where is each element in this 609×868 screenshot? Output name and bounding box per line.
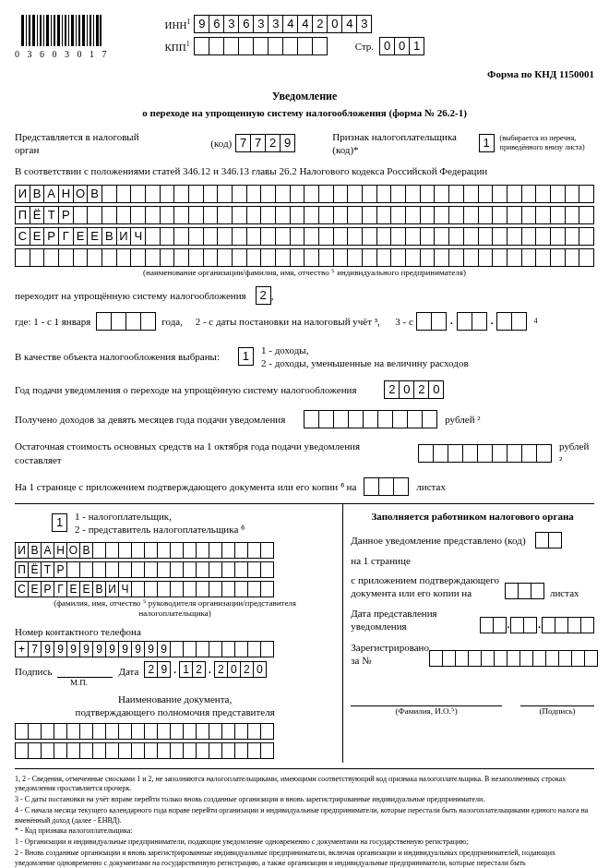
svg-rect-4: [37, 15, 38, 46]
svg-rect-0: [21, 15, 24, 46]
svg-rect-11: [62, 15, 63, 46]
r3b: документа или его копии на: [351, 586, 499, 599]
svg-rect-6: [43, 15, 44, 46]
r3c: листах: [550, 586, 579, 599]
name-row-2: ПЁТР: [15, 206, 594, 224]
income-text: Получено доходов за девять месяцев года …: [15, 413, 285, 426]
who-1: 1 - налогоплательщик,: [75, 510, 245, 523]
title-2: о переходе на упрощенную систему налогоо…: [15, 106, 594, 119]
svg-rect-21: [96, 15, 99, 46]
name-row-1: ИВАНОВ: [15, 185, 594, 203]
doc-title: Наименование документа, подтверждающего …: [15, 693, 335, 719]
r2: на 1 странице: [351, 554, 594, 567]
kpp-cells: [194, 37, 328, 55]
sign-line: [57, 666, 113, 678]
pages-b: листах: [416, 480, 446, 493]
svg-rect-8: [51, 15, 52, 46]
svg-rect-15: [76, 15, 77, 46]
left-n1: ИВАНОВ: [15, 542, 335, 559]
svg-rect-3: [32, 15, 35, 46]
pages-cells: [364, 477, 409, 496]
law-text: В соответствии с положениями статей 346.…: [15, 164, 594, 177]
svg-rect-12: [65, 15, 66, 46]
r4a: Дата представления: [351, 607, 436, 620]
object-text: В качестве объекта налогообложения выбра…: [15, 350, 220, 363]
barcode-number: 0 3 6 0 3 0 1 7: [15, 48, 110, 60]
taxpayer-sign: Признак налогоплательщика (код)*: [332, 130, 474, 157]
sig1: (Фамилия, И.О.⁵): [351, 706, 502, 717]
svg-rect-18: [87, 15, 88, 46]
where-year: [96, 312, 156, 331]
svg-rect-22: [100, 15, 102, 46]
name-row-3: СЕРГЕЕВИЧ: [15, 227, 594, 246]
r5b: за №: [351, 654, 429, 667]
phone-label: Номер контактного телефона: [15, 625, 335, 638]
svg-rect-10: [57, 15, 60, 46]
svg-rect-1: [26, 15, 27, 46]
page-label: Стр.: [355, 40, 374, 53]
where-pre: где: 1 - с 1 января: [15, 315, 90, 328]
svg-rect-7: [46, 15, 49, 46]
r5a: Зарегистрировано: [351, 641, 429, 654]
who-cell: 1: [52, 513, 67, 532]
where-mid: года, 2 - с даты постановки на налоговый…: [161, 315, 413, 328]
svg-rect-9: [54, 15, 55, 46]
income-unit: рублей ²: [445, 413, 480, 426]
svg-rect-13: [68, 15, 69, 46]
sign-cell: 1: [479, 134, 495, 152]
income-cells: [304, 410, 437, 428]
residual-cells: [418, 444, 552, 463]
name-row-4: [15, 248, 594, 267]
kpp-label: КПП1: [165, 40, 190, 54]
fio-note: (фамилия, имя, отчество ⁵ руководителя о…: [15, 598, 335, 620]
title-1: Уведомление: [15, 90, 594, 104]
svg-rect-2: [29, 15, 30, 46]
sig2: (Подпись): [520, 706, 594, 717]
residual-unit: рублей ²: [559, 440, 594, 466]
goto-cell: 2: [256, 286, 271, 305]
svg-rect-17: [82, 15, 85, 46]
year-cells: 2020: [384, 380, 444, 399]
svg-rect-14: [71, 15, 74, 46]
date-label: Дата: [118, 665, 138, 678]
residual-text: Остаточная стоимость основных средств на…: [15, 440, 405, 466]
year-text: Год подачи уведомления о переходе на упр…: [15, 383, 356, 396]
code-label: (код): [210, 137, 232, 150]
right-title: Заполняется работником налогового органа: [351, 510, 594, 523]
svg-rect-20: [93, 15, 94, 46]
r4b: уведомления: [351, 620, 436, 633]
page-cells: 001: [379, 37, 424, 55]
object-opt2: 2 - доходы, уменьшенные на величину расх…: [261, 356, 469, 369]
object-opt1: 1 - доходы,: [261, 344, 469, 356]
pages-a: На 1 странице с приложением подтверждающ…: [15, 480, 356, 493]
phone-cells: +79999999999: [15, 641, 335, 657]
who-2: 2 - представитель налогоплательщика ⁶: [75, 523, 245, 536]
org-text: Представляется в налоговый орган: [15, 130, 155, 157]
left-n2: ПЁТР: [15, 561, 335, 578]
left-n3: СЕРГЕЕВИЧ: [15, 581, 335, 597]
svg-rect-16: [78, 15, 80, 46]
svg-rect-5: [40, 15, 42, 46]
object-cell: 1: [238, 347, 254, 366]
sign-hint: (выбирается из перечня, приведённого вни…: [500, 134, 594, 152]
r3a: с приложением подтверждающего: [351, 573, 499, 586]
footnotes: 1, 2 - Сведения, отмеченные сносками 1 и…: [15, 775, 594, 869]
org-code-cells: 7729: [235, 134, 295, 152]
r1: Данное уведомление представлено (код): [351, 534, 525, 547]
sign-label: Подпись: [15, 665, 52, 678]
mp: М.П.: [70, 678, 335, 689]
inn-cells: 963633442043: [194, 15, 372, 33]
svg-rect-19: [90, 15, 91, 46]
barcode: 0 3 6 0 3 0 1 7: [15, 15, 110, 60]
goto-text: переходит на упрощённую систему налогооб…: [15, 289, 246, 302]
form-code: Форма по КНД 1150001: [15, 67, 594, 80]
name-note: (наименование организации/фамилия, имя, …: [15, 268, 594, 279]
inn-label: ИНН1: [165, 18, 191, 31]
